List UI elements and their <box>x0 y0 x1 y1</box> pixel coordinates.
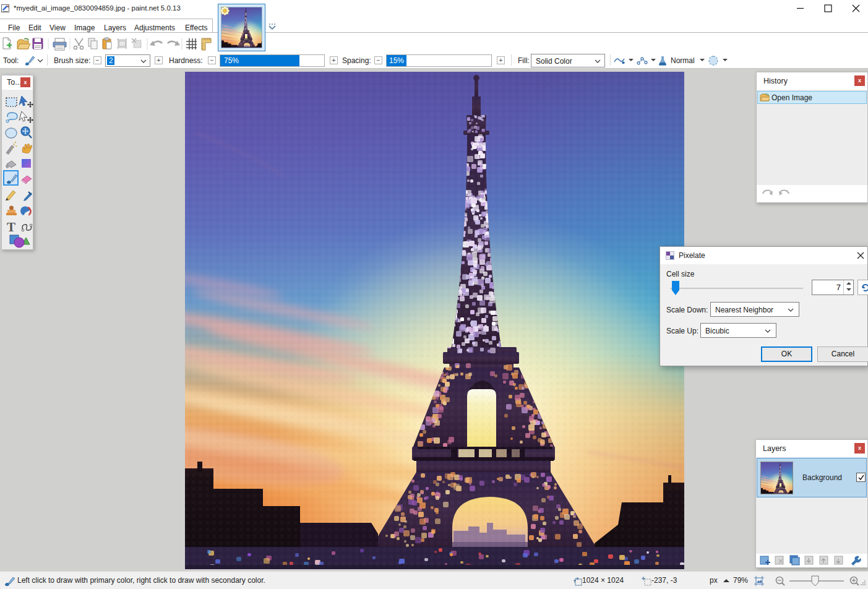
svg-text:T: T <box>7 220 15 234</box>
